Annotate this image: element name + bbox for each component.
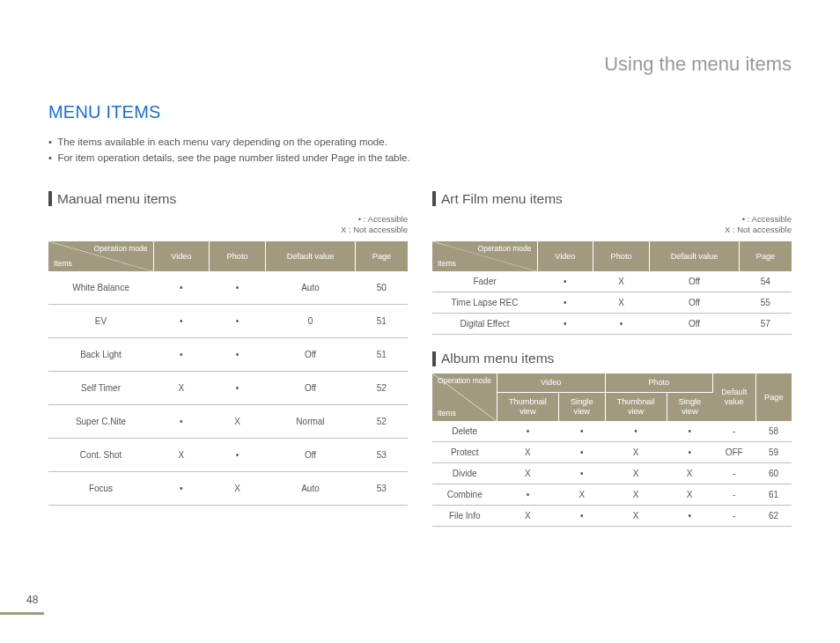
table-cell: • [153, 472, 210, 506]
table-cell: Digital Effect [432, 314, 537, 335]
table-cell: 0 [265, 305, 355, 338]
col-header: Page [755, 373, 792, 421]
table-row: White Balance••Auto50 [48, 271, 408, 305]
table-row: Super C.Nite•XNormal52 [48, 405, 408, 439]
table-cell: OFF [712, 442, 755, 463]
table-cell: X [497, 506, 558, 527]
table-cell: Super C.Nite [48, 405, 153, 439]
table-cell: - [712, 463, 755, 484]
table-cell: Time Lapse REC [432, 292, 537, 314]
table-row: Combine•XXX-61 [432, 484, 792, 506]
corner-top: Operation mode [94, 245, 148, 253]
table-cell: 51 [355, 305, 408, 338]
corner-top: Operation mode [478, 245, 532, 253]
table-row: EV••051 [48, 305, 408, 338]
col-subheader: Thumbnail view [605, 393, 667, 422]
table-cell: EV [48, 305, 153, 338]
album-table: Operation mode Items Video Photo Default… [432, 373, 792, 527]
table-cell: X [667, 463, 712, 484]
col-header: Default value [265, 241, 355, 271]
artfilm-table: Operation mode Items Video Photo Default… [432, 241, 792, 335]
intro-bullets: • The items available in each menu vary … [48, 135, 792, 166]
table-cell: 54 [739, 271, 792, 292]
table-cell: • [210, 338, 266, 372]
col-header: Photo [210, 241, 266, 271]
table-cell: X [605, 442, 667, 463]
table-cell: 55 [739, 292, 792, 314]
table-cell: X [497, 442, 558, 463]
table-cell: X [605, 463, 667, 484]
table-cell: • [558, 442, 605, 463]
table-cell: X [210, 405, 266, 439]
table-cell: Auto [265, 472, 355, 506]
table-row: DivideX•XX-60 [432, 463, 792, 484]
table-cell: • [210, 305, 266, 338]
section-title: Album menu items [441, 351, 554, 366]
table-row: Digital Effect••Off57 [432, 314, 792, 335]
table-cell: Fader [432, 271, 537, 292]
legend-not-accessible: X : Not accessible [341, 225, 408, 234]
table-cell: Focus [48, 472, 153, 506]
artfilm-heading: Art Film menu items [432, 191, 792, 207]
col-header: Page [355, 241, 408, 271]
table-cell: Delete [432, 421, 497, 442]
table-cell: • [153, 305, 210, 338]
col-header: Photo [605, 373, 712, 393]
table-cell: Normal [265, 405, 355, 439]
manual-table: Operation mode Items Video Photo Default… [48, 241, 408, 506]
table-cell: Off [649, 314, 739, 335]
album-heading: Album menu items [432, 351, 792, 366]
table-cell: - [712, 484, 755, 506]
col-header: Video [497, 373, 605, 393]
table-cell: Divide [432, 463, 497, 484]
table-cell: 50 [355, 271, 408, 305]
page-title: Using the menu items [48, 53, 792, 76]
table-cell: • [153, 338, 210, 372]
table-row: File InfoX•X•-62 [432, 506, 792, 527]
table-cell: Off [265, 439, 355, 472]
legend-accessible: • : Accessible [358, 214, 408, 224]
table-cell: • [537, 292, 593, 314]
col-subheader: Single view [558, 393, 605, 422]
table-cell: • [667, 506, 712, 527]
col-subheader: Thumbnail view [497, 393, 558, 422]
table-row: Focus•XAuto53 [48, 472, 408, 506]
col-header: Video [537, 241, 593, 271]
section-title: Art Film menu items [441, 191, 563, 207]
page-number-accent [0, 612, 44, 615]
table-cell: • [210, 271, 266, 305]
table-cell: • [153, 271, 210, 305]
table-cell: X [605, 484, 667, 506]
table-cell: X [210, 472, 266, 506]
table-cell: • [210, 372, 266, 405]
table-cell: • [558, 506, 605, 527]
table-cell: White Balance [48, 271, 153, 305]
table-cell: 62 [755, 506, 792, 527]
table-cell: File Info [432, 506, 497, 527]
table-cell: 53 [355, 439, 408, 472]
table-cell: • [558, 421, 605, 442]
table-cell: Auto [265, 271, 355, 305]
table-cell: • [593, 314, 650, 335]
table-cell: • [667, 442, 712, 463]
table-cell: • [210, 439, 266, 472]
table-row: Back Light••Off51 [48, 338, 408, 372]
table-cell: X [593, 271, 650, 292]
table-cell: X [153, 439, 210, 472]
legend-accessible: • : Accessible [742, 214, 792, 224]
bullet-text: The items available in each menu vary de… [57, 137, 387, 147]
corner-bottom: Items [438, 259, 456, 268]
section-title: Manual menu items [57, 191, 176, 207]
table-row: Time Lapse REC•XOff55 [432, 292, 792, 314]
table-cell: • [667, 421, 712, 442]
table-row: ProtectX•X•OFF59 [432, 442, 792, 463]
table-cell: • [497, 421, 558, 442]
page-number: 48 [26, 594, 38, 606]
table-cell: • [153, 405, 210, 439]
table-cell: Off [265, 338, 355, 372]
col-subheader: Single view [667, 393, 712, 422]
col-header: Video [153, 241, 210, 271]
legend: • : Accessible X : Not accessible [48, 214, 408, 237]
table-row: Cont. ShotX•Off53 [48, 439, 408, 472]
table-row: Self TimerX•Off52 [48, 372, 408, 405]
